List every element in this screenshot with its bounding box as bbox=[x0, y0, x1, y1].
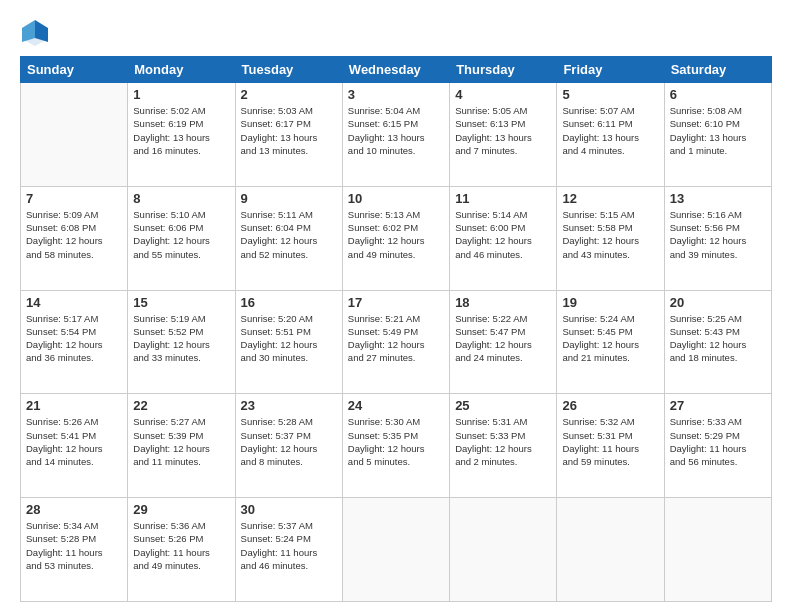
day-info: Sunrise: 5:14 AM Sunset: 6:00 PM Dayligh… bbox=[455, 208, 551, 261]
calendar: SundayMondayTuesdayWednesdayThursdayFrid… bbox=[20, 56, 772, 602]
calendar-cell: 23Sunrise: 5:28 AM Sunset: 5:37 PM Dayli… bbox=[235, 394, 342, 498]
day-info: Sunrise: 5:33 AM Sunset: 5:29 PM Dayligh… bbox=[670, 415, 766, 468]
day-header-saturday: Saturday bbox=[664, 57, 771, 83]
day-number: 23 bbox=[241, 398, 337, 413]
day-number: 8 bbox=[133, 191, 229, 206]
day-number: 14 bbox=[26, 295, 122, 310]
header bbox=[20, 18, 772, 48]
day-number: 6 bbox=[670, 87, 766, 102]
header-row: SundayMondayTuesdayWednesdayThursdayFrid… bbox=[21, 57, 772, 83]
day-info: Sunrise: 5:15 AM Sunset: 5:58 PM Dayligh… bbox=[562, 208, 658, 261]
calendar-cell: 11Sunrise: 5:14 AM Sunset: 6:00 PM Dayli… bbox=[450, 186, 557, 290]
day-info: Sunrise: 5:25 AM Sunset: 5:43 PM Dayligh… bbox=[670, 312, 766, 365]
day-info: Sunrise: 5:32 AM Sunset: 5:31 PM Dayligh… bbox=[562, 415, 658, 468]
day-number: 15 bbox=[133, 295, 229, 310]
day-number: 16 bbox=[241, 295, 337, 310]
day-number: 29 bbox=[133, 502, 229, 517]
calendar-cell bbox=[342, 498, 449, 602]
day-number: 10 bbox=[348, 191, 444, 206]
calendar-cell: 24Sunrise: 5:30 AM Sunset: 5:35 PM Dayli… bbox=[342, 394, 449, 498]
day-number: 12 bbox=[562, 191, 658, 206]
calendar-cell: 26Sunrise: 5:32 AM Sunset: 5:31 PM Dayli… bbox=[557, 394, 664, 498]
day-number: 17 bbox=[348, 295, 444, 310]
calendar-cell: 20Sunrise: 5:25 AM Sunset: 5:43 PM Dayli… bbox=[664, 290, 771, 394]
day-number: 21 bbox=[26, 398, 122, 413]
day-header-wednesday: Wednesday bbox=[342, 57, 449, 83]
day-info: Sunrise: 5:09 AM Sunset: 6:08 PM Dayligh… bbox=[26, 208, 122, 261]
day-number: 1 bbox=[133, 87, 229, 102]
day-info: Sunrise: 5:36 AM Sunset: 5:26 PM Dayligh… bbox=[133, 519, 229, 572]
day-info: Sunrise: 5:13 AM Sunset: 6:02 PM Dayligh… bbox=[348, 208, 444, 261]
calendar-cell: 29Sunrise: 5:36 AM Sunset: 5:26 PM Dayli… bbox=[128, 498, 235, 602]
day-info: Sunrise: 5:17 AM Sunset: 5:54 PM Dayligh… bbox=[26, 312, 122, 365]
calendar-cell: 13Sunrise: 5:16 AM Sunset: 5:56 PM Dayli… bbox=[664, 186, 771, 290]
week-row-1: 7Sunrise: 5:09 AM Sunset: 6:08 PM Daylig… bbox=[21, 186, 772, 290]
calendar-cell: 3Sunrise: 5:04 AM Sunset: 6:15 PM Daylig… bbox=[342, 83, 449, 187]
day-info: Sunrise: 5:28 AM Sunset: 5:37 PM Dayligh… bbox=[241, 415, 337, 468]
calendar-cell bbox=[557, 498, 664, 602]
day-header-friday: Friday bbox=[557, 57, 664, 83]
week-row-2: 14Sunrise: 5:17 AM Sunset: 5:54 PM Dayli… bbox=[21, 290, 772, 394]
day-number: 3 bbox=[348, 87, 444, 102]
day-info: Sunrise: 5:04 AM Sunset: 6:15 PM Dayligh… bbox=[348, 104, 444, 157]
calendar-cell: 5Sunrise: 5:07 AM Sunset: 6:11 PM Daylig… bbox=[557, 83, 664, 187]
day-info: Sunrise: 5:11 AM Sunset: 6:04 PM Dayligh… bbox=[241, 208, 337, 261]
day-number: 7 bbox=[26, 191, 122, 206]
day-info: Sunrise: 5:07 AM Sunset: 6:11 PM Dayligh… bbox=[562, 104, 658, 157]
day-info: Sunrise: 5:34 AM Sunset: 5:28 PM Dayligh… bbox=[26, 519, 122, 572]
day-info: Sunrise: 5:26 AM Sunset: 5:41 PM Dayligh… bbox=[26, 415, 122, 468]
calendar-cell: 6Sunrise: 5:08 AM Sunset: 6:10 PM Daylig… bbox=[664, 83, 771, 187]
calendar-cell: 16Sunrise: 5:20 AM Sunset: 5:51 PM Dayli… bbox=[235, 290, 342, 394]
calendar-cell: 19Sunrise: 5:24 AM Sunset: 5:45 PM Dayli… bbox=[557, 290, 664, 394]
calendar-cell: 14Sunrise: 5:17 AM Sunset: 5:54 PM Dayli… bbox=[21, 290, 128, 394]
day-header-thursday: Thursday bbox=[450, 57, 557, 83]
week-row-4: 28Sunrise: 5:34 AM Sunset: 5:28 PM Dayli… bbox=[21, 498, 772, 602]
calendar-cell bbox=[21, 83, 128, 187]
calendar-cell: 9Sunrise: 5:11 AM Sunset: 6:04 PM Daylig… bbox=[235, 186, 342, 290]
calendar-cell: 12Sunrise: 5:15 AM Sunset: 5:58 PM Dayli… bbox=[557, 186, 664, 290]
day-number: 2 bbox=[241, 87, 337, 102]
day-info: Sunrise: 5:08 AM Sunset: 6:10 PM Dayligh… bbox=[670, 104, 766, 157]
day-info: Sunrise: 5:37 AM Sunset: 5:24 PM Dayligh… bbox=[241, 519, 337, 572]
calendar-cell: 28Sunrise: 5:34 AM Sunset: 5:28 PM Dayli… bbox=[21, 498, 128, 602]
day-number: 24 bbox=[348, 398, 444, 413]
day-info: Sunrise: 5:30 AM Sunset: 5:35 PM Dayligh… bbox=[348, 415, 444, 468]
day-number: 28 bbox=[26, 502, 122, 517]
logo bbox=[20, 18, 54, 48]
week-row-0: 1Sunrise: 5:02 AM Sunset: 6:19 PM Daylig… bbox=[21, 83, 772, 187]
day-info: Sunrise: 5:24 AM Sunset: 5:45 PM Dayligh… bbox=[562, 312, 658, 365]
calendar-cell: 8Sunrise: 5:10 AM Sunset: 6:06 PM Daylig… bbox=[128, 186, 235, 290]
day-info: Sunrise: 5:31 AM Sunset: 5:33 PM Dayligh… bbox=[455, 415, 551, 468]
calendar-cell: 22Sunrise: 5:27 AM Sunset: 5:39 PM Dayli… bbox=[128, 394, 235, 498]
day-header-tuesday: Tuesday bbox=[235, 57, 342, 83]
day-number: 20 bbox=[670, 295, 766, 310]
calendar-cell: 27Sunrise: 5:33 AM Sunset: 5:29 PM Dayli… bbox=[664, 394, 771, 498]
day-number: 26 bbox=[562, 398, 658, 413]
day-info: Sunrise: 5:20 AM Sunset: 5:51 PM Dayligh… bbox=[241, 312, 337, 365]
day-number: 27 bbox=[670, 398, 766, 413]
calendar-cell: 25Sunrise: 5:31 AM Sunset: 5:33 PM Dayli… bbox=[450, 394, 557, 498]
day-number: 30 bbox=[241, 502, 337, 517]
day-info: Sunrise: 5:05 AM Sunset: 6:13 PM Dayligh… bbox=[455, 104, 551, 157]
calendar-cell bbox=[450, 498, 557, 602]
day-info: Sunrise: 5:19 AM Sunset: 5:52 PM Dayligh… bbox=[133, 312, 229, 365]
calendar-cell: 2Sunrise: 5:03 AM Sunset: 6:17 PM Daylig… bbox=[235, 83, 342, 187]
calendar-cell: 10Sunrise: 5:13 AM Sunset: 6:02 PM Dayli… bbox=[342, 186, 449, 290]
calendar-cell: 7Sunrise: 5:09 AM Sunset: 6:08 PM Daylig… bbox=[21, 186, 128, 290]
day-number: 18 bbox=[455, 295, 551, 310]
calendar-cell: 21Sunrise: 5:26 AM Sunset: 5:41 PM Dayli… bbox=[21, 394, 128, 498]
day-number: 25 bbox=[455, 398, 551, 413]
day-info: Sunrise: 5:16 AM Sunset: 5:56 PM Dayligh… bbox=[670, 208, 766, 261]
day-number: 19 bbox=[562, 295, 658, 310]
page: SundayMondayTuesdayWednesdayThursdayFrid… bbox=[0, 0, 792, 612]
day-info: Sunrise: 5:03 AM Sunset: 6:17 PM Dayligh… bbox=[241, 104, 337, 157]
day-header-monday: Monday bbox=[128, 57, 235, 83]
calendar-cell: 1Sunrise: 5:02 AM Sunset: 6:19 PM Daylig… bbox=[128, 83, 235, 187]
day-number: 11 bbox=[455, 191, 551, 206]
day-number: 4 bbox=[455, 87, 551, 102]
day-number: 13 bbox=[670, 191, 766, 206]
day-info: Sunrise: 5:27 AM Sunset: 5:39 PM Dayligh… bbox=[133, 415, 229, 468]
week-row-3: 21Sunrise: 5:26 AM Sunset: 5:41 PM Dayli… bbox=[21, 394, 772, 498]
day-info: Sunrise: 5:21 AM Sunset: 5:49 PM Dayligh… bbox=[348, 312, 444, 365]
day-info: Sunrise: 5:02 AM Sunset: 6:19 PM Dayligh… bbox=[133, 104, 229, 157]
